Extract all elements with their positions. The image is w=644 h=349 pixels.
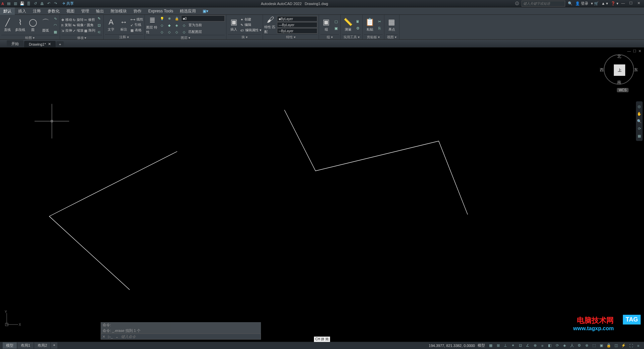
search-input[interactable]	[522, 1, 565, 7]
maximize-icon[interactable]: ☐	[629, 1, 635, 6]
close-icon[interactable]: ✕	[637, 1, 643, 6]
copy-clip-icon[interactable]: ⎘	[377, 25, 383, 31]
dim-button[interactable]: ↔标注	[118, 15, 130, 34]
cmd-options-icon[interactable]: ⌄	[114, 335, 120, 339]
match-props-button[interactable]: 🖌特性 匹配	[264, 15, 276, 34]
layer-unlock-icon[interactable]: ◇	[181, 22, 187, 28]
circle-button[interactable]: ◯圆	[27, 16, 39, 35]
text-button[interactable]: A文字	[105, 15, 117, 34]
undo-icon[interactable]: ↶	[46, 1, 52, 6]
layer-combo[interactable]: ■ 0	[181, 15, 225, 21]
modify-extra1-icon[interactable]: ✎	[96, 15, 102, 21]
modify-extra2-icon[interactable]: ⊡	[96, 22, 102, 28]
save-icon[interactable]: 💾	[19, 1, 25, 6]
minimize-icon[interactable]: —	[621, 1, 627, 6]
layer-freeze-icon[interactable]: ❄	[166, 15, 172, 21]
move-button[interactable]: ✥ 移动	[61, 17, 72, 22]
tab-view[interactable]: 视图	[63, 7, 78, 15]
layer-state-icon[interactable]: ◇	[174, 29, 180, 35]
linetype-combo[interactable]: ─ ByLayer	[277, 28, 317, 34]
login-button[interactable]: 👤 登录	[575, 1, 588, 6]
leader-button[interactable]: ↙ 引线	[130, 22, 143, 27]
group-button[interactable]: ▣组	[320, 15, 332, 34]
modify-extra3-icon[interactable]: ⊂	[96, 29, 102, 35]
new-tab-button[interactable]: +	[56, 41, 64, 47]
sync-icon[interactable]: ↺	[33, 1, 38, 6]
command-input[interactable]	[120, 334, 261, 339]
saveas-icon[interactable]: 🗄	[26, 1, 32, 6]
drawing-tab[interactable]: Drawing1*✕	[24, 41, 56, 47]
spline-icon[interactable]: ∿	[52, 15, 58, 21]
fillet-button[interactable]: ◜ 圆角	[84, 23, 95, 28]
ellipse-icon[interactable]: ◠	[52, 22, 58, 28]
scale-button[interactable]: ⤢ 缩放	[73, 28, 84, 33]
layer-off-icon[interactable]: ◆	[166, 22, 172, 28]
polyline-button[interactable]: ⌇多段线	[14, 16, 26, 35]
cmd-close-icon[interactable]: ✕	[101, 335, 107, 339]
hatch-icon[interactable]: ▦	[52, 29, 58, 35]
stretch-button[interactable]: ⇲ 拉伸	[61, 28, 72, 33]
viewcube[interactable]: 上 北 南 西 东	[604, 54, 634, 85]
ungroup-icon[interactable]: ▢	[333, 18, 339, 24]
viewport-close-icon[interactable]: ✕	[638, 49, 641, 53]
autodesk-icon[interactable]: ▲ ▾	[601, 1, 608, 6]
arc-button[interactable]: ⌒圆弧	[40, 16, 52, 35]
tab-parametric[interactable]: 参数化	[44, 7, 63, 15]
layer-iso-icon[interactable]: ◇	[159, 22, 165, 28]
edit-attrib-button[interactable]: 🏷 编辑属性 ▾	[240, 28, 261, 33]
search-icon[interactable]: 🔍	[568, 1, 573, 6]
redo-icon[interactable]: ↷	[53, 1, 58, 6]
tab-addins[interactable]: 附加模块	[107, 7, 130, 15]
edit-block-button[interactable]: ✎ 编辑	[240, 22, 261, 27]
tab-output[interactable]: 输出	[93, 7, 107, 15]
base-button[interactable]: ▦基点	[386, 15, 398, 34]
close-tab-icon[interactable]: ✕	[48, 42, 51, 46]
start-tab[interactable]: 开始	[7, 40, 23, 47]
orbit-icon[interactable]: ⟳	[637, 126, 642, 132]
measure-button[interactable]: 📏测量	[342, 15, 354, 34]
line-button[interactable]: ╱直线	[1, 16, 13, 35]
layer-lock-icon[interactable]: 🔒	[174, 15, 180, 21]
app-store-icon[interactable]: ▾ 🛒	[591, 1, 599, 6]
group-edit-icon[interactable]: ▣	[333, 25, 339, 31]
layer-thaw-icon[interactable]: ◈	[174, 22, 180, 28]
viewport-maximize-icon[interactable]: ☐	[633, 49, 636, 53]
mirror-button[interactable]: ⇋ 镜像	[73, 23, 84, 28]
open-icon[interactable]: ▥	[13, 1, 18, 6]
tab-featured[interactable]: 精选应用	[176, 7, 199, 15]
match-layer-button[interactable]: 匹配图层	[189, 30, 202, 34]
tab-annotate[interactable]: 注释	[30, 7, 44, 15]
tab-launcher-icon[interactable]: ▣▾	[199, 7, 212, 15]
layer-on-icon[interactable]: 💡	[159, 15, 165, 21]
showmotion-icon[interactable]: ▦	[637, 133, 642, 139]
drawing-canvas[interactable]	[0, 48, 644, 349]
cut-icon[interactable]: ✂	[377, 18, 383, 24]
zoom-icon[interactable]: 🔍	[637, 118, 642, 124]
info-icon[interactable]: ⓘ	[515, 1, 519, 6]
lineweight-combo[interactable]: — ByLayer	[277, 22, 317, 28]
copy-button[interactable]: ⎘ 复制	[61, 23, 72, 28]
layer-props-button[interactable]: ≣图层 特性	[146, 16, 158, 35]
app-logo-icon[interactable]: A	[1, 2, 4, 6]
insert-block-button[interactable]: ▣插入	[228, 15, 240, 34]
tab-collab[interactable]: 协作	[130, 7, 145, 15]
linear-button[interactable]: ⟷ 线性	[130, 17, 143, 22]
viewcube-top[interactable]: 上	[614, 64, 625, 76]
layer-delete-icon[interactable]: ◇	[181, 29, 187, 35]
paste-button[interactable]: 📋粘贴	[364, 15, 376, 34]
tab-default[interactable]: 默认	[0, 7, 15, 15]
layer-prev-icon[interactable]: ◇	[159, 29, 165, 35]
wcs-badge[interactable]: WCS	[617, 88, 629, 92]
viewport-minimize-icon[interactable]: —	[627, 49, 631, 53]
trim-button[interactable]: ✂ 修剪	[84, 17, 95, 22]
steering-wheel-icon[interactable]: ◎	[637, 103, 642, 109]
tab-manage[interactable]: 管理	[78, 7, 93, 15]
pan-icon[interactable]: ✋	[637, 111, 642, 117]
share-button[interactable]: ✈ 共享	[62, 1, 74, 6]
layer-walk-icon[interactable]: ◇	[166, 29, 172, 35]
help-icon[interactable]: ❓ ▾	[611, 1, 619, 6]
qselect-icon[interactable]: ⚙	[355, 25, 361, 31]
make-current-button[interactable]: 置为当前	[189, 23, 202, 28]
ime-badge[interactable]: CH 拼 简	[314, 337, 330, 342]
create-block-button[interactable]: ✦ 创建	[240, 17, 261, 22]
